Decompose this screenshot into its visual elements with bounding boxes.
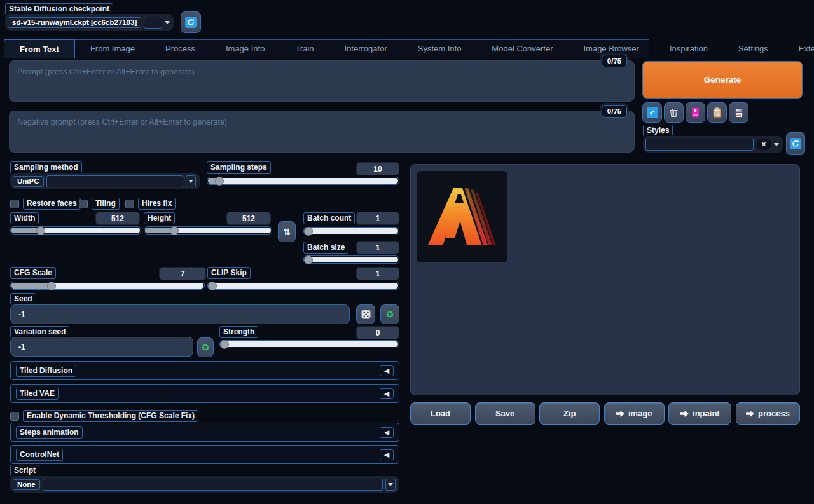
chevron-down-icon[interactable]: [165, 21, 170, 24]
checkpoint-dropdown[interactable]: sd-v15-runwayml.ckpt [cc6cb27103]: [5, 14, 174, 31]
zip-button[interactable]: Zip: [539, 402, 600, 425]
cfg-scale-slider[interactable]: [10, 282, 205, 290]
reuse-variation-seed-button[interactable]: ♻: [197, 337, 214, 357]
batch-size-value[interactable]: 1: [356, 241, 399, 254]
prompt-tool-buttons: ↙: [642, 102, 748, 123]
right-arrow-icon: [680, 411, 689, 417]
clip-skip-label: CLIP Skip: [207, 267, 251, 279]
checkpoint-search-input[interactable]: [144, 17, 162, 29]
restore-faces-label[interactable]: Restore faces: [23, 198, 81, 210]
script-dropdown[interactable]: None: [10, 476, 399, 493]
refresh-styles-button[interactable]: [786, 132, 805, 155]
clear-prompt-button[interactable]: [664, 102, 684, 123]
strength-label: Strength: [219, 326, 258, 338]
chevron-down-icon[interactable]: [774, 143, 779, 146]
send-to-process-button[interactable]: process: [736, 402, 800, 425]
tab-model-converter[interactable]: Model Converter: [476, 40, 568, 58]
swap-dimensions-button[interactable]: ⇅: [278, 221, 296, 242]
clip-skip-value[interactable]: 1: [356, 267, 399, 280]
batch-count-slider[interactable]: [303, 227, 399, 235]
collapse-arrow-icon[interactable]: ◀: [380, 427, 394, 438]
tab-process[interactable]: Process: [150, 40, 210, 58]
strength-value[interactable]: 0: [356, 326, 399, 339]
restore-faces-checkbox[interactable]: [10, 200, 19, 208]
save-button[interactable]: Save: [475, 402, 535, 425]
strength-slider[interactable]: [219, 340, 399, 348]
output-gallery[interactable]: [410, 164, 800, 395]
script-value[interactable]: None: [13, 479, 40, 490]
sampling-method-input[interactable]: [46, 175, 184, 187]
dice-icon: [361, 310, 371, 319]
tab-image-info[interactable]: Image Info: [210, 40, 280, 58]
variation-seed-input[interactable]: -1: [10, 337, 193, 357]
dynamic-thresholding-checkbox[interactable]: [10, 412, 19, 421]
steps-animation-label: Steps animation: [16, 426, 83, 439]
extra-networks-button[interactable]: [686, 102, 705, 123]
accordion-steps-animation[interactable]: Steps animation ◀: [10, 423, 399, 442]
sampling-steps-slider[interactable]: [207, 177, 399, 185]
reuse-seed-button[interactable]: ♻: [380, 304, 399, 324]
accordion-controlnet[interactable]: ControlNet ◀: [10, 445, 399, 464]
hires-fix-checkbox[interactable]: [125, 200, 134, 208]
right-arrow-icon: [616, 411, 624, 417]
swap-icon: ⇅: [283, 227, 291, 237]
checkpoint-value[interactable]: sd-v15-runwayml.ckpt [cc6cb27103]: [8, 17, 141, 28]
cfg-scale-value[interactable]: 7: [159, 267, 206, 280]
chevron-down-icon: [388, 483, 393, 486]
sampling-method-dropdown[interactable]: UniPC: [10, 173, 200, 189]
collapse-arrow-icon[interactable]: ◀: [380, 365, 394, 376]
send-to-image-button[interactable]: image: [604, 402, 665, 425]
negative-prompt-textarea[interactable]: Negative prompt (press Ctrl+Enter or Alt…: [9, 111, 635, 153]
generate-button[interactable]: Generate: [642, 61, 803, 99]
styles-dropdown[interactable]: ×: [643, 136, 783, 153]
batch-size-slider[interactable]: [303, 255, 399, 264]
sampling-steps-value[interactable]: 10: [356, 162, 399, 175]
tab-from-image[interactable]: From Image: [75, 40, 150, 58]
dynamic-thresholding-label[interactable]: Enable Dynamic Thresholding (CFG Scale F…: [23, 410, 198, 422]
width-value[interactable]: 512: [95, 212, 140, 225]
seed-input[interactable]: -1: [10, 304, 350, 324]
tab-interrogator[interactable]: Interrogator: [329, 40, 403, 58]
tab-system-info[interactable]: System Info: [403, 40, 477, 58]
refresh-checkpoints-button[interactable]: [181, 11, 201, 33]
save-style-button[interactable]: [729, 102, 748, 123]
clip-skip-slider[interactable]: [207, 282, 399, 290]
send-to-inpaint-button[interactable]: inpaint: [668, 402, 731, 425]
load-button[interactable]: Load: [410, 402, 471, 425]
paste-params-button[interactable]: ↙: [642, 102, 662, 123]
hires-fix-label[interactable]: Hires fix: [138, 198, 176, 210]
tab-inspiration[interactable]: Inspiration: [654, 40, 723, 58]
tab-extensions[interactable]: Extensions: [783, 40, 814, 58]
chevron-down-button[interactable]: [186, 175, 196, 187]
sampling-method-value[interactable]: UniPC: [13, 176, 44, 187]
gallery-thumbnail[interactable]: [416, 170, 508, 263]
tab-settings[interactable]: Settings: [723, 40, 783, 58]
tiling-label[interactable]: Tiling: [92, 198, 120, 210]
batch-count-value[interactable]: 1: [356, 212, 399, 225]
paste-arrow-icon: ↙: [647, 107, 658, 118]
height-slider[interactable]: [144, 226, 272, 235]
collapse-arrow-icon[interactable]: ◀: [380, 388, 394, 399]
collapse-arrow-icon[interactable]: ◀: [380, 449, 394, 460]
accordion-tiled-vae[interactable]: Tiled VAE ◀: [10, 384, 399, 403]
tab-from-text[interactable]: From Text: [4, 39, 75, 58]
prompt-textarea[interactable]: Prompt (press Ctrl+Enter or Alt+Enter to…: [9, 60, 635, 102]
height-value[interactable]: 512: [226, 212, 271, 225]
styles-input[interactable]: [645, 139, 754, 151]
width-slider[interactable]: [10, 226, 141, 235]
tab-train[interactable]: Train: [280, 40, 329, 58]
height-label: Height: [144, 212, 175, 224]
tiling-checkbox[interactable]: [79, 200, 88, 208]
width-label: Width: [10, 212, 39, 224]
right-arrow-icon: [746, 411, 754, 417]
tiled-diffusion-label: Tiled Diffusion: [16, 365, 76, 377]
send-to-process-label: process: [758, 409, 790, 418]
stable-diffusion-webui: Stable Diffusion checkpoint sd-v15-runwa…: [0, 0, 814, 504]
styles-clear-button[interactable]: ×: [756, 139, 771, 150]
chevron-down-button[interactable]: [385, 479, 396, 491]
script-input[interactable]: [43, 479, 383, 491]
random-seed-button[interactable]: [356, 304, 375, 324]
trash-icon: [669, 107, 679, 118]
accordion-tiled-diffusion[interactable]: Tiled Diffusion ◀: [10, 361, 399, 380]
apply-style-button[interactable]: [707, 102, 727, 123]
